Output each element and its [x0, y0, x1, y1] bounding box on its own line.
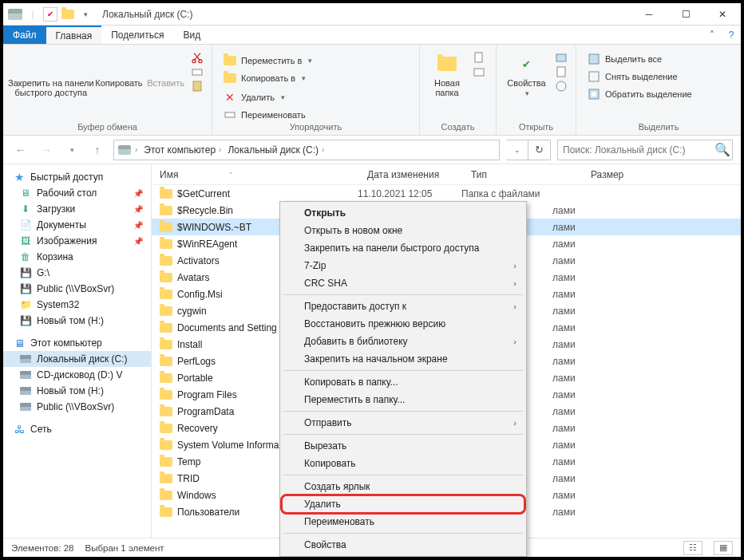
up-button[interactable]: ↑: [88, 140, 107, 160]
tab-home[interactable]: Главная: [46, 26, 102, 44]
properties-icon: ✔: [522, 51, 531, 77]
sidebar-item[interactable]: 📁System32: [3, 297, 151, 313]
ctx-crc[interactable]: CRC SHA›: [282, 274, 524, 292]
ctx-open[interactable]: Открыть: [282, 204, 524, 222]
address-bar[interactable]: › Этот компьютер› Локальный диск (C:)›: [113, 140, 500, 160]
search-box[interactable]: 🔍: [557, 140, 733, 160]
svg-point-5: [199, 60, 202, 63]
ctx-properties[interactable]: Свойства: [282, 536, 524, 554]
new-folder-button[interactable]: Новая папка: [425, 48, 469, 97]
sidebar-item[interactable]: 📄Документы📌: [3, 217, 151, 233]
ctx-delete[interactable]: Удалить: [282, 495, 524, 513]
sidebar-item[interactable]: 🗑Корзина: [3, 249, 151, 265]
chevron-right-icon: ›: [513, 302, 516, 311]
pin-icon: 📌: [133, 237, 143, 246]
select-none-icon: [588, 70, 600, 83]
history-icon[interactable]: [555, 80, 568, 93]
ctx-shortcut[interactable]: Создать ярлык: [282, 478, 524, 495]
tab-share[interactable]: Поделиться: [101, 26, 173, 44]
ribbon-collapse-button[interactable]: ˄: [702, 26, 722, 44]
paste-shortcut-icon[interactable]: [191, 80, 204, 93]
select-invert-button[interactable]: Обратить выделение: [584, 86, 695, 102]
ctx-cut[interactable]: Вырезать: [282, 437, 524, 455]
column-date[interactable]: Дата изменения: [359, 169, 463, 180]
copy-to-button[interactable]: Копировать в▾: [220, 70, 316, 86]
ribbon-group-new: Создать: [425, 122, 491, 135]
copy-button[interactable]: Копировать: [94, 48, 144, 88]
column-type[interactable]: Тип: [463, 169, 583, 180]
forward-button[interactable]: →: [37, 140, 56, 160]
view-icons-button[interactable]: ▦: [714, 541, 733, 555]
delete-button[interactable]: ✕Удалить▾: [220, 89, 311, 105]
ctx-open-new[interactable]: Открыть в новом окне: [282, 222, 524, 239]
ctx-move-to[interactable]: Переместить в папку...: [282, 391, 524, 408]
recent-dropdown[interactable]: ▾: [62, 140, 81, 160]
chevron-right-icon: ›: [513, 418, 516, 428]
maximize-button[interactable]: ☐: [667, 3, 704, 26]
ctx-grant-access[interactable]: Предоставить доступ к›: [282, 298, 524, 315]
back-button[interactable]: ←: [11, 140, 30, 160]
sidebar-item[interactable]: 💾G:\: [3, 265, 151, 281]
ctx-rename[interactable]: Переименовать: [282, 513, 524, 530]
move-to-button[interactable]: Переместить в▾: [220, 53, 316, 69]
column-size[interactable]: Размер: [583, 169, 741, 180]
qat-folder-icon[interactable]: [61, 7, 75, 22]
sidebar-item[interactable]: Public (\\VBoxSvr): [3, 399, 151, 415]
ctx-pin-start[interactable]: Закрепить на начальном экране: [282, 350, 524, 368]
qat-check-icon[interactable]: ✔: [43, 7, 57, 22]
select-none-button[interactable]: Снять выделение: [584, 69, 695, 85]
folder-icon: [160, 189, 172, 199]
ctx-send[interactable]: Отправить›: [282, 414, 524, 432]
sidebar-item[interactable]: 💾Новый том (H:): [3, 313, 151, 329]
ctx-pin-quick[interactable]: Закрепить на панели быстрого доступа: [282, 239, 524, 257]
sidebar-item[interactable]: CD-дисковод (D:) V: [3, 367, 151, 383]
tab-view[interactable]: Вид: [173, 26, 210, 44]
column-name[interactable]: Имя ˄: [152, 169, 359, 180]
sidebar-quick-access[interactable]: ★Быстрый доступ: [3, 169, 151, 185]
qat-dropdown[interactable]: ▾: [78, 7, 93, 22]
sidebar-item[interactable]: ⬇Загрузки📌: [3, 201, 151, 217]
folder-icon: [160, 424, 172, 433]
sidebar-this-pc[interactable]: 🖥Этот компьютер: [3, 335, 151, 351]
ctx-library[interactable]: Добавить в библиотеку›: [282, 333, 524, 350]
copy-path-icon[interactable]: [191, 65, 204, 78]
edit-icon[interactable]: [555, 65, 568, 78]
new-item-icon[interactable]: [473, 51, 485, 64]
search-icon[interactable]: 🔍: [713, 142, 732, 157]
properties-button[interactable]: ✔ Свойства ▾: [501, 48, 552, 97]
breadcrumb-drive[interactable]: Локальный диск (C:)›: [224, 144, 327, 156]
close-button[interactable]: ✕: [704, 3, 741, 26]
sidebar-item[interactable]: 🖥Рабочий стол📌: [3, 185, 151, 201]
pc-icon: 🖥: [13, 337, 26, 349]
sidebar-item-icon: 💾: [19, 314, 32, 327]
column-headers: Имя ˄ Дата изменения Тип Размер: [152, 164, 741, 185]
refresh-button[interactable]: ↻: [528, 140, 551, 160]
sidebar-item[interactable]: 🖼Изображения📌: [3, 233, 151, 249]
cut-icon[interactable]: [191, 51, 204, 64]
ctx-restore[interactable]: Восстановить прежнюю версию: [282, 315, 524, 333]
help-button[interactable]: ?: [722, 26, 741, 44]
breadcrumb-pc[interactable]: Этот компьютер›: [140, 144, 224, 156]
open-icon[interactable]: [555, 51, 568, 64]
sidebar-item[interactable]: Новый том (H:): [3, 383, 151, 399]
view-details-button[interactable]: ☷: [683, 541, 702, 555]
sidebar-item[interactable]: Локальный диск (C:): [3, 351, 151, 367]
rename-button[interactable]: Переименовать: [220, 107, 311, 122]
minimize-button[interactable]: ─: [631, 3, 667, 26]
search-input[interactable]: [558, 144, 713, 156]
sidebar-item-icon: 🖥: [19, 187, 32, 199]
easy-access-icon[interactable]: [473, 65, 485, 78]
ctx-copy-to[interactable]: Копировать в папку...: [282, 373, 524, 391]
sidebar-network[interactable]: 🖧Сеть: [3, 421, 151, 437]
ctx-7zip[interactable]: 7-Zip›: [282, 257, 524, 274]
tab-file[interactable]: Файл: [3, 26, 46, 44]
ctx-copy[interactable]: Копировать: [282, 455, 524, 472]
table-row[interactable]: $GetCurrent11.10.2021 12:05Папка с файла…: [152, 185, 741, 202]
svg-rect-17: [592, 92, 596, 97]
paste-button[interactable]: Вставить: [144, 48, 188, 88]
address-dropdown[interactable]: ⌄: [506, 140, 528, 160]
sidebar-item[interactable]: 💾Public (\\VBoxSvr): [3, 281, 151, 297]
pin-quick-button[interactable]: Закрепить на панели быстрого доступа: [8, 48, 94, 97]
sidebar-item-icon: 🖼: [19, 235, 32, 247]
select-all-button[interactable]: Выделить все: [584, 51, 695, 67]
